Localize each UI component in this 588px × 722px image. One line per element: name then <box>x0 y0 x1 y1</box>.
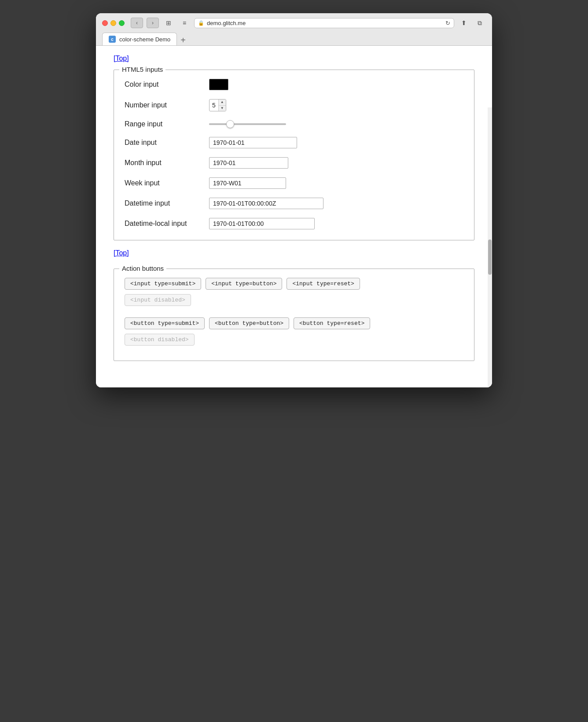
number-input-row: Number input 5 ▲ ▼ <box>125 99 463 111</box>
date-input[interactable] <box>209 137 297 148</box>
range-container <box>209 123 286 125</box>
close-button[interactable] <box>102 20 108 26</box>
browser-tab[interactable]: c color-scheme Demo <box>102 33 177 45</box>
input-button-button[interactable]: <input type=button> <box>206 278 282 290</box>
color-input[interactable] <box>209 79 228 90</box>
minimize-button[interactable] <box>110 20 116 26</box>
page-content: [Top] HTML5 inputs Color input Number in… <box>96 46 492 387</box>
week-input[interactable] <box>209 177 286 189</box>
tab-title: color-scheme Demo <box>119 36 170 43</box>
button-button-button[interactable]: <button type=button> <box>209 317 289 329</box>
datetime-local-input[interactable] <box>209 218 315 229</box>
back-button[interactable]: ‹ <box>131 18 143 28</box>
number-value: 5 <box>209 102 218 109</box>
datetime-local-label: Datetime-local input <box>125 220 204 228</box>
scrollbar[interactable] <box>488 107 492 387</box>
button-disabled-button: <button disabled> <box>125 334 195 346</box>
input-buttons-row: <input type=submit> <input type=button> … <box>125 278 463 290</box>
forward-button[interactable]: › <box>147 18 159 28</box>
html5-legend: HTML5 inputs <box>119 66 165 73</box>
html5-inputs-section: HTML5 inputs Color input Number input 5 … <box>114 70 474 240</box>
range-label: Range input <box>125 120 204 128</box>
date-input-row: Date input <box>125 137 463 148</box>
lock-icon: 🔒 <box>198 20 204 26</box>
range-fill <box>209 123 228 125</box>
range-input-row: Range input <box>125 120 463 128</box>
new-tab-button[interactable]: + <box>177 36 189 44</box>
action-buttons-legend: Action buttons <box>119 265 166 272</box>
month-input-row: Month input <box>125 157 463 169</box>
color-input-row: Color input <box>125 79 463 90</box>
month-input[interactable] <box>209 157 288 169</box>
top-link-2[interactable]: [Top] <box>114 249 129 257</box>
date-label: Date input <box>125 139 204 147</box>
sidebar-button[interactable]: ⊞ <box>162 18 175 28</box>
range-thumb[interactable] <box>226 120 234 128</box>
button-buttons-row: <button type=submit> <button type=button… <box>125 317 463 329</box>
menu-button[interactable]: ≡ <box>178 18 191 28</box>
tab-favicon: c <box>109 36 116 43</box>
number-label: Number input <box>125 101 204 109</box>
tabs-button[interactable]: ⧉ <box>474 18 486 28</box>
number-decrement[interactable]: ▼ <box>219 106 226 112</box>
maximize-button[interactable] <box>119 20 125 26</box>
week-label: Week input <box>125 179 204 187</box>
action-buttons-section: Action buttons <input type=submit> <inpu… <box>114 269 474 361</box>
number-input[interactable]: 5 ▲ ▼ <box>209 99 226 111</box>
week-input-row: Week input <box>125 177 463 189</box>
range-track <box>209 123 286 125</box>
button-disabled-row: <button disabled> <box>125 334 463 346</box>
month-label: Month input <box>125 159 204 167</box>
input-submit-button[interactable]: <input type=submit> <box>125 278 201 290</box>
datetime-local-input-row: Datetime-local input <box>125 218 463 229</box>
share-button[interactable]: ⬆ <box>458 18 470 28</box>
address-bar[interactable]: 🔒 demo.glitch.me ↻ <box>194 18 454 28</box>
datetime-input-row: Datetime input <box>125 198 463 209</box>
top-link-1[interactable]: [Top] <box>114 55 129 63</box>
reload-button[interactable]: ↻ <box>445 20 450 26</box>
url-display: demo.glitch.me <box>207 20 443 26</box>
datetime-label: Datetime input <box>125 199 204 207</box>
color-label: Color input <box>125 81 204 88</box>
input-reset-button[interactable]: <input type=reset> <box>287 278 360 290</box>
scrollbar-thumb[interactable] <box>488 239 492 275</box>
datetime-input[interactable] <box>209 198 323 209</box>
number-increment[interactable]: ▲ <box>219 99 226 106</box>
input-disabled-button: <input disabled> <box>125 294 191 306</box>
number-spinners: ▲ ▼ <box>218 99 226 111</box>
input-disabled-row: <input disabled> <box>125 294 463 306</box>
button-submit-button[interactable]: <button type=submit> <box>125 317 205 329</box>
button-reset-button[interactable]: <button type=reset> <box>294 317 370 329</box>
